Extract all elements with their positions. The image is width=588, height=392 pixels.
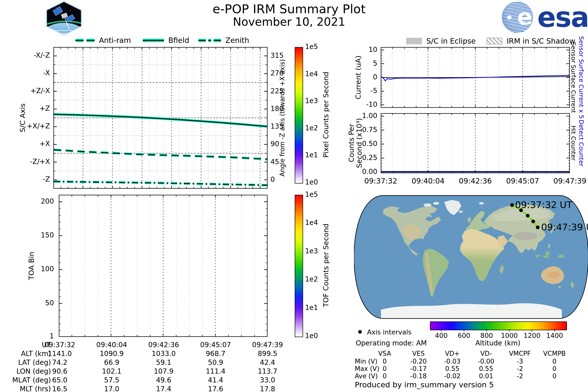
- ground-track-map: [354, 194, 588, 320]
- legend-zenith-label: Zenith: [226, 36, 249, 44]
- esa-globe-icon: e: [502, 2, 533, 33]
- ephemeris-cell: 1090.9: [87, 350, 136, 358]
- voltage-cell: 0: [535, 372, 574, 380]
- voltage-cell: 0.01: [466, 372, 506, 380]
- axis-intervals-label: Axis intervals: [367, 328, 412, 336]
- trajectory-start-label: 09:37:32 UT: [515, 200, 572, 210]
- counts-ytick: 0.50: [353, 140, 377, 147]
- ephemeris-cell: 59.1: [139, 358, 188, 366]
- alt-cbar-tick: 1200: [520, 332, 544, 339]
- voltage-cell: -2: [500, 365, 540, 372]
- sc-left-tick: +Z: [11, 105, 50, 112]
- tof-cbar-tick: 1e4: [305, 219, 318, 226]
- legend-bfield-label: Bfield: [168, 36, 189, 44]
- right-time-tick: 09:42:36: [454, 178, 496, 185]
- sc-right-tick: 90: [270, 141, 279, 148]
- counter-rates-plot: [381, 113, 570, 173]
- page-subtitle: November 10, 2021: [162, 15, 416, 28]
- pixel-cbar-tick: 1e3: [305, 98, 318, 104]
- esa-logo: e esa: [502, 2, 586, 33]
- eclipse-swatch-icon: [406, 38, 422, 44]
- cassiope-mission-patch: CASSIOPE: [45, 1, 82, 36]
- alt-cbar-tickmark: [509, 329, 510, 332]
- right-time-tick: 09:47:39: [549, 178, 588, 185]
- sensor-current-plot: [381, 47, 570, 108]
- hatch-swatch-icon: [486, 38, 502, 44]
- produced-by-note: Produced by irm_summary version 5: [355, 380, 494, 389]
- voltage-cell: 0: [535, 358, 574, 365]
- tof-colorbar: [295, 195, 303, 337]
- voltage-cell: -0.17: [399, 365, 438, 372]
- legend-anti-ram: Anti-ram: [76, 36, 131, 44]
- ephemeris-cell: 113.7: [243, 367, 292, 375]
- ephemeris-cell: 1141.0: [35, 350, 84, 358]
- tof-cbar-tick: 1e2: [305, 276, 318, 283]
- tof-cbar-tick: 1e5: [305, 191, 318, 198]
- epop-irm-summary-figure: CASSIOPE e-POP IRM Summary Plot November…: [0, 0, 588, 392]
- sc-left-tick: +X/+Z: [11, 123, 50, 130]
- ephemeris-cell: 50.9: [191, 358, 240, 366]
- zenith-dashdot-icon: [198, 39, 221, 42]
- ephemeris-cell: 09:45:07: [191, 341, 240, 349]
- pixel-cbar-tick: 1e5: [305, 43, 318, 50]
- sc-right-tick: 315: [270, 52, 284, 59]
- alt-cbar-tick: 800: [474, 332, 499, 339]
- legend-zenith: Zenith: [198, 36, 249, 44]
- altitude-colorbar-caption: Altitude (km): [461, 339, 534, 347]
- voltage-cell: 0.55: [433, 365, 472, 372]
- sc-right-tick: 135: [270, 123, 284, 130]
- sc-left-tick: +Z/-X: [11, 88, 50, 94]
- pixel-cbar-tick: 1e1: [305, 152, 318, 158]
- ephemeris-cell: 09:40:04: [87, 341, 136, 349]
- legend-irm-shadow-label: IRM in S/C Shadow: [507, 37, 575, 45]
- toa-ytick: 200: [30, 198, 54, 205]
- anti-ram-dash-icon: [76, 39, 94, 42]
- ephemeris-cell: 17.4: [139, 385, 188, 392]
- tof-cbar-tick: 1e1: [305, 304, 318, 311]
- voltage-cell: 0.55: [466, 365, 506, 372]
- alt-cbar-tickmark: [554, 329, 555, 332]
- right-time-tick: 09:37:32: [360, 178, 402, 185]
- esa-wordmark: esa: [537, 4, 588, 31]
- axis-intervals-dot-icon: [358, 330, 362, 334]
- ephemeris-cell: 74.2: [35, 358, 84, 366]
- voltage-cell: 0: [365, 365, 404, 372]
- legend-irm-shadow: IRM in S/C Shadow: [486, 37, 575, 45]
- voltage-col-header: VES: [399, 350, 438, 357]
- legend-eclipse-label: S/C in Eclipse: [426, 37, 476, 45]
- legend-anti-ram-label: Anti-ram: [99, 36, 131, 44]
- altitude-colorbar: [430, 322, 567, 330]
- current-ytick: 0: [353, 74, 377, 80]
- ephemeris-cell: 968.7: [191, 350, 240, 358]
- current-ytick: 10: [353, 46, 377, 53]
- page-title: e-POP IRM Summary Plot: [162, 2, 416, 16]
- pixel-colorbar: [295, 47, 303, 184]
- sc-right-tick: 45: [270, 158, 279, 166]
- voltage-cell: -0.02: [433, 372, 472, 380]
- sc-left-tick: -X/-Z: [11, 52, 50, 59]
- legend-bfield: Bfield: [143, 36, 189, 44]
- voltage-cell: -0.18: [399, 372, 438, 380]
- sc-right-tick: 0: [270, 176, 275, 183]
- voltage-cell: -0.03: [433, 358, 472, 365]
- ephemeris-cell: 90.6: [35, 367, 84, 375]
- operating-mode-label: Operating mode: AM: [356, 339, 427, 347]
- alt-cbar-tick: 1400: [542, 332, 567, 339]
- sc-axis-plot: [54, 47, 268, 189]
- pixel-cbar-tick: 1e2: [305, 125, 318, 132]
- ephemeris-cell: 17.6: [191, 385, 240, 392]
- sc-left-tick: -Z: [11, 176, 50, 183]
- legend-eclipse: S/C in Eclipse: [406, 37, 476, 45]
- ephemeris-cell: 33.0: [243, 376, 292, 384]
- alt-cbar-tickmark: [441, 329, 442, 332]
- counts-ytick: 0.25: [353, 154, 377, 161]
- voltage-col-header: VD+: [433, 350, 472, 357]
- voltage-cell: -3: [500, 358, 540, 365]
- toa-ytick: 100: [30, 266, 54, 272]
- ephemeris-cell: 42.4: [243, 358, 292, 366]
- sc-left-tick: -Z/+X: [11, 158, 50, 165]
- ephemeris-cell: 66.9: [87, 358, 136, 366]
- sc-right-tick: 180: [270, 105, 284, 112]
- current-ytick: -5: [353, 88, 377, 94]
- ephemeris-cell: 107.9: [139, 367, 188, 375]
